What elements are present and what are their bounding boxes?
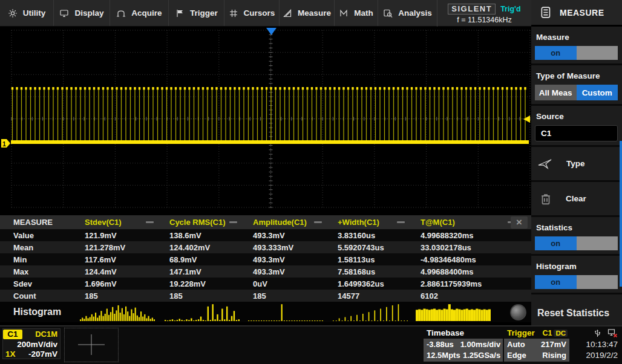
trigger-slope: Rising (541, 350, 566, 360)
column-header: +Width(C1) (338, 218, 421, 227)
menu-utility[interactable]: Utility (0, 0, 54, 26)
trigger-label: Trigger (507, 328, 535, 337)
channel1-coupling: DC1M (35, 330, 60, 339)
remove-measure-icon[interactable] (314, 221, 322, 223)
menu-acquire[interactable]: Acquire (110, 0, 169, 26)
type-button[interactable]: Type (531, 147, 622, 182)
sidebar-title: MEASURE (560, 8, 604, 18)
source-select[interactable]: C1 (535, 125, 618, 141)
sidebar-header: MEASURE (531, 0, 622, 27)
trigger-coupling: DC (554, 330, 568, 337)
svg-text:1: 1 (2, 140, 6, 148)
statistics-toggle[interactable]: on (535, 236, 618, 250)
stdev-histogram (80, 302, 155, 322)
usb-icon (594, 329, 601, 338)
trigger-type: Edge (507, 350, 541, 360)
status-bar: C1 DC1M 200mV/div 1X -207mV Timebase -3.… (0, 325, 622, 364)
waveform-display: 1 MEASURE Stdev(C1) Cycle RMS(C1) Amplit… (0, 27, 531, 325)
statistics-section: Statistics on (531, 217, 622, 256)
cycle-rms-histogram (165, 302, 240, 322)
table-row: Mean 121.278mV 124.402mV 493.333mV 5.592… (0, 241, 531, 253)
column-header: Amplitude(C1) (253, 218, 338, 227)
channel1-probe: 1X (5, 349, 16, 360)
menu-math[interactable]: Math (335, 0, 378, 26)
menu-label: Analysis (398, 8, 432, 18)
menu-label: Measure (298, 8, 331, 18)
menu-list-icon (541, 7, 551, 18)
type-label: Type (566, 159, 585, 168)
table-row: Count 185 185 185 14577 6102 (0, 290, 531, 302)
toggle-on-label: on (535, 236, 577, 250)
menu-trigger[interactable]: Trigger (169, 0, 224, 26)
flag-icon (175, 8, 185, 18)
frequency-counter: f = 11.51346kHz (457, 16, 511, 24)
type-of-measure-section: Type of Measure All Meas Custom (531, 65, 622, 106)
system-info: 10:13:47 2019/2/2 (572, 328, 620, 363)
histogram-row-label: Histogram (0, 307, 85, 317)
gesture-orb-button[interactable] (510, 304, 526, 320)
menu-label: Utility (23, 8, 46, 18)
display-icon (59, 8, 69, 18)
width-histogram (333, 302, 408, 322)
trigger-position-marker[interactable] (266, 28, 277, 35)
cursors-icon (229, 8, 238, 18)
timebase-descriptor[interactable]: Timebase -3.88us 1.00ms/div 12.5Mpts 1.2… (424, 328, 503, 362)
sidebar-scrollbar[interactable] (620, 141, 622, 287)
timebase-scale: 1.00ms/div (460, 339, 501, 349)
menu-label: Math (354, 8, 373, 18)
histogram-label: Histogram (536, 262, 618, 271)
menu-analysis[interactable]: Analysis (378, 0, 437, 26)
remove-measure-icon[interactable] (397, 221, 405, 223)
column-header: Cycle RMS(C1) (169, 218, 253, 227)
reset-statistics-label: Reset Statistics (537, 308, 609, 319)
table-row: Value 121.9mV 138.6mV 493.3mV 3.83160us … (0, 229, 531, 241)
source-label: Source (536, 112, 618, 121)
clear-button[interactable]: Clear (531, 182, 622, 217)
add-channel-slot[interactable] (64, 328, 119, 362)
column-header: Stdev(C1) (85, 218, 169, 227)
menu-label: Trigger (190, 8, 218, 18)
channel1-scale: 200mV/div (3, 339, 60, 349)
table-title: MEASURE (0, 218, 85, 227)
trigger-level-marker[interactable] (523, 115, 530, 123)
source-section: Source C1 (531, 106, 622, 147)
custom-button[interactable]: Custom (577, 85, 618, 100)
all-meas-button[interactable]: All Meas (535, 85, 577, 100)
trigger-status: Trig'd (500, 5, 521, 13)
measure-label: Measure (536, 33, 618, 42)
measurement-table: MEASURE Stdev(C1) Cycle RMS(C1) Amplitud… (0, 215, 531, 322)
remove-measure-icon[interactable] (146, 221, 154, 223)
math-icon (339, 8, 349, 18)
toggle-off-side (577, 46, 618, 60)
channel1-badge: C1 (3, 330, 22, 339)
clock-time: 10:13:47 (586, 339, 618, 350)
channel1-descriptor[interactable]: C1 DC1M 200mV/div 1X -207mV (2, 328, 61, 359)
timebase-rate: 1.25GSa/s (460, 350, 501, 360)
waveform-graticule: 1 (0, 27, 531, 215)
trigger-source: C1 (542, 329, 552, 337)
channel1-offset: -207mV (28, 349, 57, 360)
type-icon (537, 158, 553, 169)
oscilloscope-screen: Utility Display Acquire Trigger Cursors … (0, 0, 622, 364)
menu-measure[interactable]: Measure (280, 0, 335, 26)
menu-display[interactable]: Display (54, 0, 110, 26)
analysis-icon (383, 8, 393, 18)
trigger-descriptor[interactable]: Trigger C1DC Auto 217mV Edge Rising (504, 328, 569, 362)
logo-status-area: SIGLENT Trig'd f = 11.51346kHz (437, 0, 531, 27)
measure-icon (283, 8, 292, 18)
waveform-baseline (11, 140, 529, 144)
close-table-button[interactable]: × (511, 216, 528, 229)
remove-measure-icon[interactable] (229, 221, 237, 223)
type-of-measure-label: Type of Measure (536, 71, 618, 80)
menu-label: Cursors (244, 8, 275, 18)
measure-toggle[interactable]: on (535, 46, 618, 60)
table-row: Sdev 1.696mV 19.228mV 0uV 1.6499362us 2.… (0, 278, 531, 290)
clock-date: 2019/2/2 (586, 350, 618, 361)
histogram-section: Histogram on (531, 256, 622, 294)
histogram-toggle[interactable]: on (535, 275, 618, 289)
toggle-off-side (577, 236, 618, 250)
statistics-label: Statistics (536, 223, 618, 232)
timebase-label: Timebase (424, 328, 503, 339)
menu-cursors[interactable]: Cursors (224, 0, 280, 26)
table-row: Min 117.6mV 68.9mV 493.3mV 1.58113us -4.… (0, 253, 531, 265)
